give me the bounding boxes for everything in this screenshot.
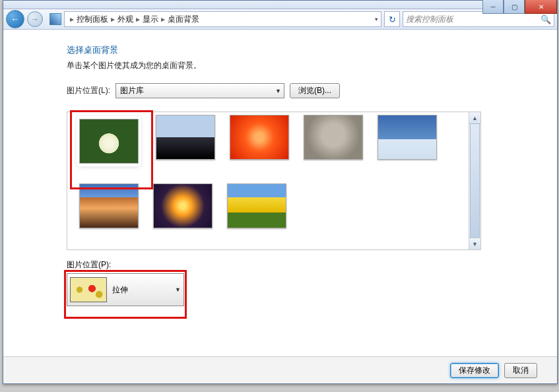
fit-combo[interactable]: 拉伸 ▼ <box>67 273 184 306</box>
thumbnail-1[interactable] <box>156 115 215 160</box>
thumbnail-2[interactable] <box>230 115 289 160</box>
thumbnail-7[interactable] <box>227 183 286 228</box>
crumb-1[interactable]: 外观 <box>117 14 133 25</box>
page-title: 选择桌面背景 <box>67 44 481 56</box>
location-label: 图片位置(L): <box>67 85 110 96</box>
thumbnail-0[interactable] <box>79 119 139 164</box>
breadcrumb[interactable]: ▸ 控制面板 ▸ 外观 ▸ 显示 ▸ 桌面背景 ▾ <box>64 11 381 27</box>
window-controls: ─ ▢ ✕ <box>482 0 557 14</box>
close-button[interactable]: ✕ <box>525 0 557 14</box>
thumbnail-3[interactable] <box>304 115 363 160</box>
thumbnail-5[interactable] <box>79 183 139 228</box>
back-button[interactable]: ← <box>6 10 24 28</box>
thumbnail-panel: ▲ ▼ <box>67 112 481 250</box>
content-area: 选择桌面背景 单击某个图片使其成为您的桌面背景。 图片位置(L): 图片库 ▼ … <box>3 30 557 383</box>
location-value: 图片库 <box>120 85 144 96</box>
scroll-up-icon[interactable]: ▲ <box>469 112 480 124</box>
maximize-button[interactable]: ▢ <box>504 0 525 14</box>
chevron-down-icon: ▼ <box>275 88 281 94</box>
forward-button[interactable]: → <box>27 11 43 27</box>
dialog-window: ─ ▢ ✕ ← → ▸ 控制面板 ▸ 外观 ▸ 显示 ▸ 桌面背景 ▾ ↻ 搜索… <box>3 0 558 384</box>
location-row: 图片位置(L): 图片库 ▼ 浏览(B)... <box>67 83 481 98</box>
chevron-down-icon: ▼ <box>175 286 181 293</box>
crumb-2[interactable]: 显示 <box>143 14 158 25</box>
fit-preview-icon <box>70 277 107 302</box>
location-combo[interactable]: 图片库 ▼ <box>115 83 284 98</box>
address-icon <box>49 13 61 25</box>
refresh-button[interactable]: ↻ <box>384 11 400 27</box>
crumb-3[interactable]: 桌面背景 <box>168 14 199 25</box>
search-icon: 🔍 <box>541 15 551 24</box>
save-button[interactable]: 保存修改 <box>450 363 499 378</box>
page-description: 单击某个图片使其成为您的桌面背景。 <box>67 60 481 71</box>
scroll-handle[interactable] <box>470 123 480 238</box>
cancel-button[interactable]: 取消 <box>504 363 537 378</box>
footer: 保存修改 取消 <box>3 356 557 383</box>
search-placeholder: 搜索控制面板 <box>406 14 453 25</box>
browse-button[interactable]: 浏览(B)... <box>290 83 340 98</box>
fit-label: 图片位置(P): <box>67 259 481 271</box>
titlebar <box>3 1 557 9</box>
scrollbar[interactable]: ▲ ▼ <box>469 112 480 249</box>
minimize-button[interactable]: ─ <box>482 0 504 14</box>
fit-value: 拉伸 <box>112 284 128 296</box>
thumbnail-6[interactable] <box>153 183 213 228</box>
scroll-down-icon[interactable]: ▼ <box>469 238 480 249</box>
navbar: ← → ▸ 控制面板 ▸ 外观 ▸ 显示 ▸ 桌面背景 ▾ ↻ 搜索控制面板 🔍 <box>3 9 557 30</box>
thumbnail-4[interactable] <box>378 115 437 160</box>
crumb-0[interactable]: 控制面板 <box>77 14 108 25</box>
